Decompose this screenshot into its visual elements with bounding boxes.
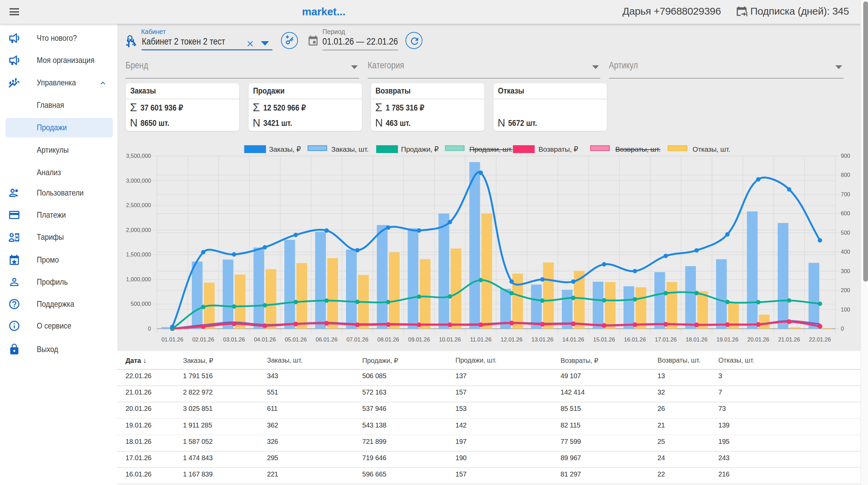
svg-text:100: 100 xyxy=(841,306,850,313)
svg-text:09.01.26: 09.01.26 xyxy=(408,336,430,342)
svg-text:19.01.26: 19.01.26 xyxy=(717,336,738,342)
svg-text:20.01.26: 20.01.26 xyxy=(747,336,769,342)
svg-text:17.01.26: 17.01.26 xyxy=(655,336,677,342)
svg-text:04.01.26: 04.01.26 xyxy=(254,336,276,342)
svg-text:14.01.26: 14.01.26 xyxy=(562,336,584,342)
svg-text:3,000,000: 3,000,000 xyxy=(126,178,151,184)
svg-text:800: 800 xyxy=(841,172,850,178)
svg-text:400: 400 xyxy=(841,249,850,255)
svg-text:01.01.26: 01.01.26 xyxy=(162,336,183,342)
svg-text:02.01.26: 02.01.26 xyxy=(192,336,214,342)
svg-text:600: 600 xyxy=(841,210,850,216)
svg-text:16.01.26: 16.01.26 xyxy=(624,336,646,342)
svg-text:200: 200 xyxy=(841,287,850,293)
svg-text:03.01.26: 03.01.26 xyxy=(223,336,245,342)
svg-text:12.01.26: 12.01.26 xyxy=(501,336,522,342)
svg-text:21.01.26: 21.01.26 xyxy=(778,336,800,342)
svg-text:500,000: 500,000 xyxy=(131,301,151,307)
svg-text:22.01.26: 22.01.26 xyxy=(809,336,831,342)
svg-text:500: 500 xyxy=(841,230,850,236)
svg-text:0: 0 xyxy=(841,325,844,332)
svg-text:07.01.26: 07.01.26 xyxy=(347,336,368,342)
svg-text:2,500,000: 2,500,000 xyxy=(126,202,151,208)
svg-text:08.01.26: 08.01.26 xyxy=(377,336,399,342)
svg-text:3,500,000: 3,500,000 xyxy=(126,153,151,159)
svg-text:1,500,000: 1,500,000 xyxy=(126,251,151,257)
svg-text:700: 700 xyxy=(841,191,850,197)
svg-text:06.01.26: 06.01.26 xyxy=(316,336,337,342)
svg-text:10.01.26: 10.01.26 xyxy=(439,336,461,342)
svg-text:0: 0 xyxy=(148,325,151,332)
svg-text:300: 300 xyxy=(841,268,850,274)
svg-text:18.01.26: 18.01.26 xyxy=(686,336,707,342)
svg-text:11.01.26: 11.01.26 xyxy=(470,336,491,342)
svg-text:15.01.26: 15.01.26 xyxy=(593,336,615,342)
svg-text:900: 900 xyxy=(841,153,850,159)
svg-text:13.01.26: 13.01.26 xyxy=(532,336,553,342)
svg-text:05.01.26: 05.01.26 xyxy=(285,336,306,342)
svg-text:2,000,000: 2,000,000 xyxy=(126,227,151,233)
svg-text:1,000,000: 1,000,000 xyxy=(126,276,151,282)
